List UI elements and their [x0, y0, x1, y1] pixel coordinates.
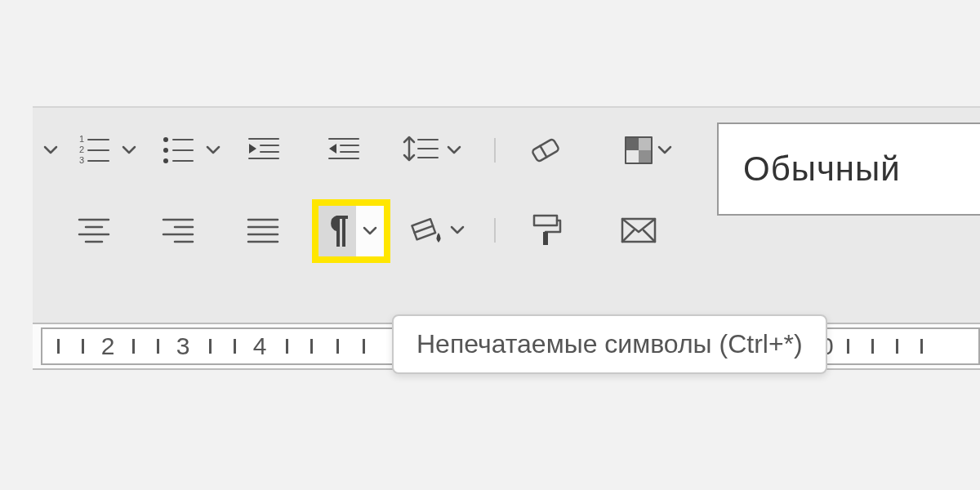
svg-text:1: 1	[79, 134, 84, 144]
svg-line-50	[622, 230, 634, 242]
pilcrow-icon	[318, 206, 356, 256]
formatting-toolbar: 1 2 3	[33, 106, 980, 324]
align-justify-button[interactable]	[238, 206, 287, 255]
svg-rect-26	[532, 139, 559, 163]
toolbar-row-2	[33, 206, 980, 271]
svg-marker-16	[249, 144, 256, 154]
ruler-number: 3	[176, 332, 190, 360]
paragraph-style-label: Обычный	[743, 149, 901, 189]
line-spacing-button[interactable]	[395, 126, 444, 175]
increase-indent-button[interactable]	[318, 126, 368, 175]
fill-color-button[interactable]	[402, 206, 451, 255]
numbered-list-button[interactable]: 1 2 3	[69, 126, 118, 175]
envelope-button[interactable]	[614, 206, 663, 255]
svg-point-6	[163, 137, 168, 142]
svg-rect-48	[543, 232, 548, 245]
format-paintbrush-button[interactable]	[521, 206, 570, 255]
ruler-number: 2	[101, 332, 115, 360]
svg-rect-30	[626, 150, 639, 163]
svg-line-27	[540, 146, 546, 158]
chevron-down-icon[interactable]	[653, 126, 676, 175]
chevron-down-icon[interactable]	[118, 126, 140, 175]
tooltip: Непечатаемые символы (Ctrl+*)	[392, 314, 827, 374]
svg-rect-29	[639, 137, 652, 150]
svg-line-51	[644, 230, 655, 242]
svg-rect-28	[626, 137, 639, 150]
svg-text:2: 2	[79, 145, 84, 154]
svg-marker-21	[329, 144, 336, 154]
chevron-down-icon[interactable]	[202, 126, 225, 175]
align-center-button[interactable]	[69, 206, 118, 255]
nonprinting-characters-button[interactable]	[312, 199, 390, 263]
chevron-down-icon[interactable]	[39, 126, 62, 175]
toolbar-separator	[494, 138, 496, 163]
paragraph-style-selector[interactable]: Обычный	[717, 122, 980, 216]
svg-text:3: 3	[79, 155, 84, 165]
svg-rect-31	[639, 150, 652, 163]
chevron-down-icon[interactable]	[446, 206, 469, 255]
toolbar-separator	[494, 218, 496, 243]
eraser-button[interactable]	[521, 126, 570, 175]
svg-point-8	[163, 158, 168, 163]
svg-point-7	[163, 148, 168, 153]
chevron-down-icon[interactable]	[443, 126, 466, 175]
ruler-number: 4	[253, 332, 267, 360]
align-right-button[interactable]	[154, 206, 203, 255]
svg-line-46	[415, 226, 434, 233]
tooltip-text: Непечатаемые символы (Ctrl+*)	[416, 329, 803, 359]
decrease-indent-button[interactable]	[238, 126, 287, 175]
chevron-down-icon[interactable]	[356, 206, 384, 256]
bulleted-list-button[interactable]	[154, 126, 203, 175]
svg-rect-47	[534, 216, 557, 225]
